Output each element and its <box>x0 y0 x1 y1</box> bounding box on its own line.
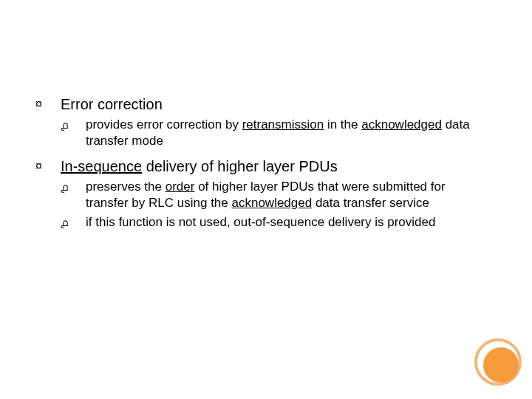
sub-list-item-text: preserves the order of higher layer PDUs… <box>86 179 488 211</box>
list-item: ¤ Error correction <box>35 95 488 114</box>
list-item-label: Error correction <box>61 95 163 114</box>
decorative-circle-icon <box>483 347 519 383</box>
text-run-underline: acknowledged <box>231 196 312 210</box>
text-run-underline: order <box>166 180 195 194</box>
content-area: ¤ Error correction ൧ provides error corr… <box>35 95 488 238</box>
slide: ¤ Error correction ൧ provides error corr… <box>0 0 532 399</box>
text-run-underline: acknowledged <box>361 117 442 132</box>
sub-list-item: ൧ if this function is not used, out-of-s… <box>61 214 488 231</box>
text-run-underline: In-sequence <box>61 158 142 174</box>
text-run: data transfer service <box>312 196 429 210</box>
bullet-icon: ൧ <box>61 214 86 231</box>
bullet-icon: ¤ <box>35 157 61 176</box>
bullet-icon: ൧ <box>61 179 86 195</box>
text-run-underline: retransmission <box>242 117 324 132</box>
bullet-icon: ¤ <box>35 95 61 114</box>
sub-list-item-text: provides error correction by retransmiss… <box>86 117 488 149</box>
sub-list-item: ൧ preserves the order of higher layer PD… <box>61 179 488 211</box>
text-run: if this function is not used, out-of-seq… <box>86 215 435 229</box>
sub-list: ൧ preserves the order of higher layer PD… <box>61 179 488 231</box>
text-run: preserves the <box>86 180 166 194</box>
text-run: delivery of higher layer PDUs <box>142 158 338 174</box>
text-run: in the <box>324 117 361 132</box>
list-item-label: In-sequence delivery of higher layer PDU… <box>61 157 338 176</box>
bullet-icon: ൧ <box>61 117 86 133</box>
sub-list-item-text: if this function is not used, out-of-seq… <box>86 214 435 231</box>
list-item: ¤ In-sequence delivery of higher layer P… <box>35 157 488 176</box>
text-run: provides error correction by <box>86 117 242 132</box>
sub-list: ൧ provides error correction by retransmi… <box>61 117 488 149</box>
sub-list-item: ൧ provides error correction by retransmi… <box>61 117 488 149</box>
